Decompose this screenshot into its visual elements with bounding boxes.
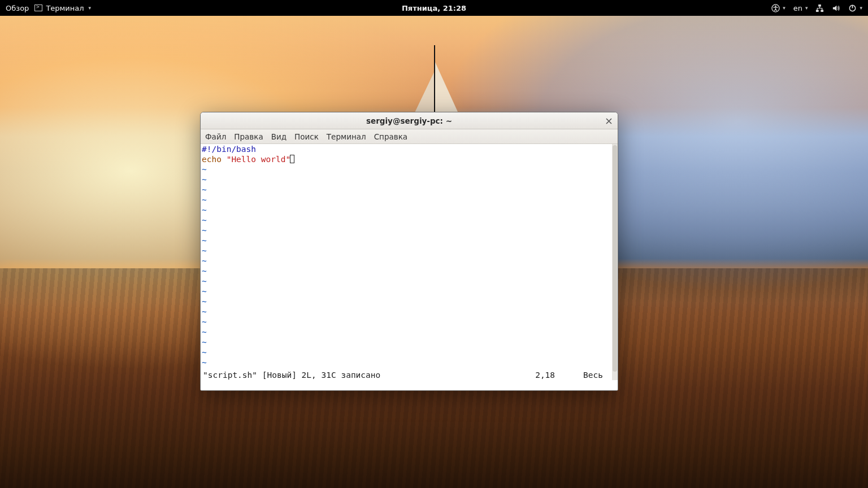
menu-search[interactable]: Поиск (294, 132, 319, 141)
window-title: sergiy@sergiy-pc: ~ (366, 116, 452, 125)
accessibility-icon (771, 4, 780, 12)
app-menu[interactable]: Терминал ▾ (34, 4, 91, 12)
vim-empty-line: ~ (202, 276, 612, 286)
activities-button[interactable]: Обзор (6, 4, 29, 12)
terminal-window: sergiy@sergiy-pc: ~ Файл Правка Вид Поис… (200, 112, 618, 391)
vim-empty-line: ~ (202, 256, 612, 266)
menu-terminal[interactable]: Терминал (327, 132, 366, 141)
vim-empty-line: ~ (202, 164, 612, 175)
editor-content[interactable]: #!/bin/bash echo "Hello world" ~ ~ ~ ~ ~… (202, 144, 612, 380)
window-titlebar[interactable]: sergiy@sergiy-pc: ~ (201, 112, 618, 129)
input-source[interactable]: en ▾ (793, 4, 808, 12)
svg-rect-4 (821, 10, 824, 12)
svg-rect-3 (816, 10, 819, 12)
vim-empty-line: ~ (202, 215, 612, 225)
vim-empty-line: ~ (202, 337, 612, 347)
menu-file[interactable]: Файл (205, 132, 226, 141)
status-scroll-pct: Весь (583, 370, 603, 380)
vim-empty-line: ~ (202, 266, 612, 276)
menu-edit[interactable]: Правка (234, 132, 263, 141)
vim-empty-line: ~ (202, 307, 612, 317)
power-icon (848, 4, 857, 12)
chevron-down-icon: ▾ (89, 5, 92, 11)
code-line-2: echo "Hello world" (202, 154, 612, 164)
menu-help[interactable]: Справка (374, 132, 407, 141)
text-cursor (290, 155, 294, 163)
app-menu-label: Терминал (46, 4, 84, 12)
vim-empty-line: ~ (202, 327, 612, 337)
status-message: "script.sh" [Новый] 2L, 31C записано (203, 370, 380, 380)
svg-rect-2 (819, 4, 822, 6)
code-line-1: #!/bin/bash (202, 144, 612, 154)
vim-empty-line: ~ (202, 236, 612, 246)
close-icon (606, 118, 612, 124)
clock[interactable]: Пятница, 21:28 (402, 4, 466, 12)
scrollbar[interactable] (612, 144, 618, 380)
terminal-icon (34, 5, 42, 11)
vim-empty-line: ~ (202, 347, 612, 358)
chevron-down-icon: ▾ (805, 5, 808, 11)
vim-empty-line: ~ (202, 286, 612, 297)
status-cursor-pos: 2,18 (535, 370, 555, 380)
chevron-down-icon: ▾ (860, 5, 862, 11)
svg-point-1 (775, 5, 776, 7)
system-menu[interactable]: ▾ (848, 4, 862, 12)
gnome-topbar: Обзор Терминал ▾ Пятница, 21:28 ▾ en ▾ ▾ (0, 0, 868, 16)
vim-empty-line: ~ (202, 195, 612, 205)
vim-empty-line: ~ (202, 297, 612, 307)
accessibility-menu[interactable]: ▾ (771, 4, 785, 12)
vim-empty-line: ~ (202, 185, 612, 195)
vim-empty-line: ~ (202, 246, 612, 256)
vim-empty-line: ~ (202, 205, 612, 215)
menubar: Файл Правка Вид Поиск Терминал Справка (201, 129, 618, 144)
vim-statusline: "script.sh" [Новый] 2L, 31C записано 2,1… (203, 370, 606, 380)
terminal-viewport[interactable]: #!/bin/bash echo "Hello world" ~ ~ ~ ~ ~… (201, 144, 618, 390)
network-indicator[interactable] (815, 4, 824, 12)
vim-empty-line: ~ (202, 358, 612, 368)
menu-view[interactable]: Вид (271, 132, 287, 141)
input-source-label: en (793, 4, 802, 12)
vim-empty-line: ~ (202, 175, 612, 185)
network-wired-icon (815, 4, 824, 12)
vim-empty-line: ~ (202, 225, 612, 236)
scrollbar-thumb[interactable] (613, 145, 617, 372)
volume-indicator[interactable] (832, 4, 840, 12)
volume-icon (832, 4, 840, 12)
vim-empty-line: ~ (202, 317, 612, 327)
window-close-button[interactable] (604, 116, 613, 125)
chevron-down-icon: ▾ (783, 5, 785, 11)
